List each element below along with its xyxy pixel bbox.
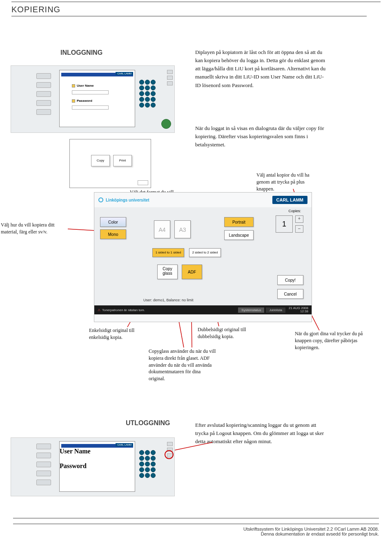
cancel-button[interactable]: Cancel bbox=[277, 289, 303, 299]
footer-datetime: 21 AUG 200812:38 bbox=[289, 307, 308, 313]
print-option-button[interactable]: Print bbox=[113, 155, 132, 166]
copy-option-button[interactable]: Copy bbox=[91, 155, 110, 166]
warning-icon: ⚠ bbox=[98, 308, 100, 312]
anno-copyg: Copyglass använder du när du vill kopier… bbox=[149, 348, 217, 382]
footer-rule-top bbox=[13, 518, 379, 518]
password-field[interactable] bbox=[72, 105, 109, 110]
portrait-button[interactable]: Portrait bbox=[224, 217, 254, 227]
password-label-2: Password bbox=[60, 462, 87, 469]
logout-screen: CARL LAMM User Name Password bbox=[59, 441, 135, 492]
systemstatus-button[interactable]: Systemstatus bbox=[238, 307, 264, 313]
brand-badge: CARL LAMM bbox=[116, 72, 133, 75]
landscape-button[interactable]: Landscape bbox=[224, 230, 254, 240]
user-name-field[interactable] bbox=[72, 90, 109, 94]
carl-lamm-badge: CARL LAMM bbox=[272, 196, 307, 204]
toner-warning: Tonerpatronen är nästan tom. bbox=[102, 308, 145, 312]
page-title-box: KOPIERING bbox=[11, 5, 367, 16]
top-rule bbox=[11, 2, 381, 2]
anno-double: Dubbelsidigt original till dubbelsidig k… bbox=[198, 326, 262, 340]
copies-plus-button[interactable]: + bbox=[295, 215, 303, 223]
user-name-label: User Name bbox=[77, 84, 94, 87]
printer-login-illustration: CARL LAMM User Name Password bbox=[11, 65, 175, 133]
anno-color: Välj hur du vill kopiera ditt material, … bbox=[1, 222, 69, 235]
color-button[interactable]: Color bbox=[100, 217, 126, 227]
copies-minus-button[interactable]: − bbox=[295, 225, 303, 233]
printer-small-buttons bbox=[167, 70, 173, 87]
anno-single: Enkelsidigt original till enkelsidig kop… bbox=[89, 327, 154, 341]
one-sided-button[interactable]: 1 sided to 1 sided bbox=[152, 248, 184, 257]
numeric-keypad[interactable] bbox=[139, 80, 165, 108]
brand-badge-2: CARL LAMM bbox=[116, 443, 133, 446]
two-sided-button[interactable]: 2 sided to 2 sided bbox=[189, 248, 221, 257]
a4-button[interactable]: A4 bbox=[154, 220, 170, 238]
liu-logo-icon bbox=[98, 197, 103, 202]
section-inloggning-heading: INLOGGNING bbox=[60, 49, 102, 56]
adf-button[interactable]: ADF bbox=[182, 265, 202, 279]
copy-print-dialog: Copy Print bbox=[69, 139, 151, 188]
page-title: KOPIERING bbox=[11, 5, 60, 14]
user-balance-line: User: demo1, Balance: no limit bbox=[143, 298, 194, 302]
a3-button[interactable]: A3 bbox=[174, 220, 191, 238]
numeric-keypad-2[interactable] bbox=[139, 450, 165, 479]
anno-copybtn: När du gjort dina val trycker du på knap… bbox=[295, 330, 368, 351]
printer2-side-buttons bbox=[36, 444, 51, 489]
printer-side-buttons bbox=[36, 73, 51, 118]
doc-footer: Utskriftssystem för Linköpings Universit… bbox=[13, 524, 379, 536]
copy-button[interactable]: Copy! bbox=[277, 275, 303, 285]
paragraph-inloggning: Diplayen på kopiatorn är låst och för at… bbox=[195, 48, 326, 90]
anno-kopior: Välj antal kopior du vill ha genom att t… bbox=[256, 172, 323, 192]
password-label: Password bbox=[77, 99, 92, 103]
dialog-small-button[interactable] bbox=[138, 180, 148, 185]
footer-line-2: Denna dokumentation är endast avsedd för… bbox=[13, 531, 379, 536]
footer-line-1: Utskriftssystem för Linköpings Universit… bbox=[13, 527, 379, 531]
copies-label: Copies: bbox=[288, 209, 301, 213]
copy-glass-button[interactable]: Copy glass bbox=[157, 265, 178, 279]
copier-footer: ⚠ Tonerpatronen är nästan tom. Systemsta… bbox=[94, 305, 312, 314]
paragraph-dialogruta: När du loggat in så visas en dialogruta … bbox=[195, 124, 326, 149]
jobblista-button[interactable]: Jobblista bbox=[266, 307, 285, 313]
paragraph-utloggning: Efter avslutad kopiering/scanning loggar… bbox=[195, 421, 330, 446]
copier-main-screen: Linköpings universitet CARL LAMM Color M… bbox=[94, 192, 312, 322]
user-name-label-2: User Name bbox=[60, 448, 91, 455]
printer-logout-illustration: CARL LAMM User Name Password bbox=[11, 437, 175, 496]
login-screen: CARL LAMM User Name Password bbox=[59, 70, 135, 127]
title-underline bbox=[11, 16, 367, 16]
liu-logo-text: Linköpings universitet bbox=[106, 198, 149, 202]
copies-value: 1 bbox=[276, 215, 293, 233]
mono-button[interactable]: Mono bbox=[100, 229, 126, 239]
copier-header: Linköpings universitet CARL LAMM bbox=[94, 193, 312, 207]
section-utloggning-heading: UTLOGGNING bbox=[126, 419, 170, 427]
start-button[interactable] bbox=[161, 119, 171, 129]
logout-button-highlight bbox=[165, 450, 174, 459]
